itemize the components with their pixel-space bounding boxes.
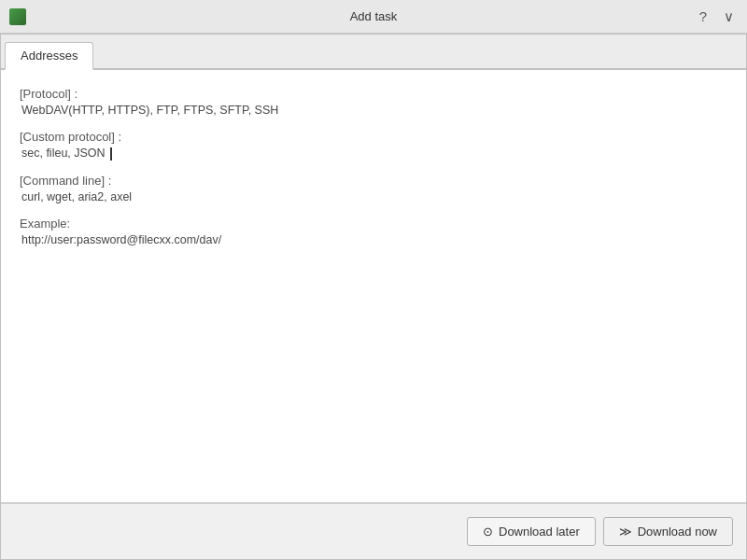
title-bar-controls: ? ∨ <box>696 7 738 27</box>
command-line-value: curl, wget, aria2, axel <box>20 190 727 203</box>
download-later-label: Download later <box>499 525 580 539</box>
title-bar-left <box>9 8 34 25</box>
footer-bar: ⊙ Download later ≫ Download now <box>1 503 746 559</box>
example-value: http://user:password@filecxx.com/dav/ <box>20 233 727 246</box>
main-window: Addresses [Protocol] : WebDAV(HTTP, HTTP… <box>0 34 747 560</box>
content-area: [Protocol] : WebDAV(HTTP, HTTPS), FTP, F… <box>1 70 746 502</box>
tab-addresses[interactable]: Addresses <box>5 42 93 70</box>
command-line-label: [Command line] : <box>20 174 727 188</box>
collapse-icon[interactable]: ∨ <box>720 7 738 27</box>
app-icon <box>9 8 26 25</box>
example-label: Example: <box>20 217 727 231</box>
custom-protocol-value: sec, fileu, JSON <box>20 147 727 161</box>
window-title: Add task <box>350 9 398 23</box>
text-cursor <box>110 147 112 161</box>
tab-bar: Addresses <box>1 35 746 70</box>
download-later-icon: ⊙ <box>483 525 493 539</box>
protocol-section: [Protocol] : WebDAV(HTTP, HTTPS), FTP, F… <box>20 87 727 117</box>
protocol-label: [Protocol] : <box>20 87 727 101</box>
title-bar-center: Add task <box>0 9 747 23</box>
custom-protocol-label: [Custom protocol] : <box>20 130 727 144</box>
example-section: Example: http://user:password@filecxx.co… <box>20 217 727 246</box>
protocol-value: WebDAV(HTTP, HTTPS), FTP, FTPS, SFTP, SS… <box>20 104 727 117</box>
download-now-label: Download now <box>638 525 717 539</box>
title-bar: Add task ? ∨ <box>0 0 747 34</box>
help-icon[interactable]: ? <box>696 7 711 26</box>
download-now-button[interactable]: ≫ Download now <box>603 517 733 546</box>
tab-addresses-label: Addresses <box>21 49 78 63</box>
command-line-section: [Command line] : curl, wget, aria2, axel <box>20 174 727 203</box>
custom-protocol-section: [Custom protocol] : sec, fileu, JSON <box>20 130 727 161</box>
download-now-icon: ≫ <box>619 525 632 539</box>
download-later-button[interactable]: ⊙ Download later <box>467 517 596 546</box>
